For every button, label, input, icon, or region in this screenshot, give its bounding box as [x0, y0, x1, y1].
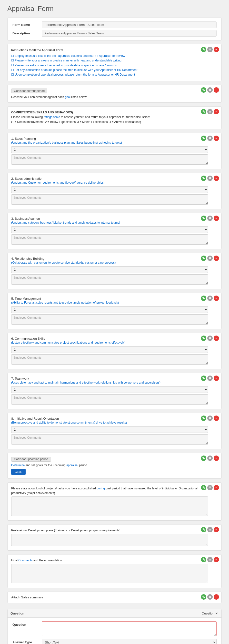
competency-item-1-delete-btn[interactable]: −: [214, 136, 219, 141]
competency-item-3-comments[interactable]: [11, 234, 208, 244]
final-comments-textarea[interactable]: [11, 564, 208, 583]
competency-item-3-delete-btn[interactable]: −: [214, 216, 219, 221]
instruction-item-4: ☐ For any clarification or doubt, please…: [11, 68, 208, 72]
competency-item-6-actions: ✎⚙−: [201, 336, 219, 341]
competency-item-1: 1. Sales Planning(Understand the organiz…: [7, 133, 222, 169]
form-name-label: Form Name: [12, 23, 42, 26]
competency-item-5-delete-btn[interactable]: −: [214, 296, 219, 301]
competency-item-4-title: 4. Relationship Building: [11, 257, 208, 260]
competency-item-6-subtitle: (Listen effectively and communicates pro…: [11, 341, 208, 344]
competency-item-7-settings-btn[interactable]: ⚙: [207, 376, 213, 381]
question-input[interactable]: [42, 621, 216, 636]
competency-item-3: 3. Business Acumen(Understand category b…: [7, 213, 222, 249]
competency-item-8-edit-btn[interactable]: ✎: [201, 416, 206, 421]
competency-item-7-select[interactable]: 1234: [11, 386, 208, 393]
major-achievements-edit-btn[interactable]: ✎: [201, 485, 206, 490]
competency-item-7-edit-btn[interactable]: ✎: [201, 376, 206, 381]
competency-item-6-settings-btn[interactable]: ⚙: [207, 336, 213, 341]
competencies-text: COMPETENCIES (SKILLS AND BEHAVIORS): Ple…: [11, 110, 208, 124]
professional-dev-textarea[interactable]: [11, 534, 208, 546]
competency-item-4-edit-btn[interactable]: ✎: [201, 256, 206, 261]
major-achievements-textarea[interactable]: [11, 496, 208, 516]
goals-upcoming-badge: Goals for upcoming period: [11, 457, 51, 462]
professional-dev-settings-btn[interactable]: ⚙: [207, 527, 213, 532]
goals-current-settings-btn[interactable]: ⚙: [207, 87, 213, 93]
instruction-item-2: ☐ Please write your answers in precise m…: [11, 58, 208, 63]
competency-item-4-delete-btn[interactable]: −: [214, 256, 219, 261]
final-comments-edit-btn[interactable]: ✎: [201, 557, 206, 562]
competency-item-1-select[interactable]: 1234: [11, 146, 208, 153]
competency-item-6-comments[interactable]: [11, 354, 208, 364]
goals-upcoming-content: Goals for upcoming period Determine and …: [8, 453, 222, 478]
competencies-scale: (1 = Needs Improvement, 2 = Below Expect…: [11, 120, 141, 124]
final-comments-label: Final Comments and Recommendation: [11, 558, 208, 563]
competencies-delete-btn[interactable]: −: [214, 109, 219, 114]
competency-item-6-edit-btn[interactable]: ✎: [201, 336, 206, 341]
competency-item-6-delete-btn[interactable]: −: [214, 336, 219, 341]
competency-item-8-select[interactable]: 1234: [11, 426, 208, 433]
competencies-header-content: COMPETENCIES (SKILLS AND BEHAVIORS): Ple…: [8, 106, 222, 129]
competency-item-3-edit-btn[interactable]: ✎: [201, 216, 206, 221]
competency-item-1-settings-btn[interactable]: ⚙: [207, 136, 213, 141]
competency-item-8-settings-btn[interactable]: ⚙: [207, 416, 213, 421]
goals-upcoming-edit-btn[interactable]: ✎: [201, 456, 206, 461]
form-description-row: Description Performance Appraisal Form -…: [12, 30, 216, 36]
competency-item-1-edit-btn[interactable]: ✎: [201, 136, 206, 141]
competency-item-4-select[interactable]: 1234: [11, 266, 208, 273]
instructions-edit-btn[interactable]: ✎: [201, 47, 206, 52]
competency-item-5-title: 5. Time Management: [11, 297, 208, 300]
competency-item-1-title: 1. Sales Planning: [11, 137, 208, 140]
page-title: Appraisal Form: [7, 5, 222, 13]
competency-item-5-comments[interactable]: [11, 314, 208, 324]
competency-item-4-comments[interactable]: [11, 274, 208, 284]
competency-item-2-select[interactable]: 1234: [11, 186, 208, 193]
instructions-settings-btn[interactable]: ⚙: [207, 47, 213, 52]
attach-actions: ✎ ⚙ −: [201, 594, 219, 600]
goals-upcoming-btn[interactable]: Goals: [11, 469, 26, 475]
final-comments-delete-btn[interactable]: −: [214, 557, 219, 562]
question-type-select[interactable]: Question: [201, 611, 218, 616]
attach-delete-btn[interactable]: −: [214, 594, 219, 600]
goals-upcoming-desc: Determine and set goals for the upcoming…: [11, 464, 208, 467]
answer-type-select[interactable]: Short Text: [42, 639, 216, 644]
competency-item-4-settings-btn[interactable]: ⚙: [207, 256, 213, 261]
competency-item-8-delete-btn[interactable]: −: [214, 416, 219, 421]
goals-upcoming-settings-btn[interactable]: ⚙: [207, 456, 213, 461]
competencies-edit-btn[interactable]: ✎: [201, 109, 206, 114]
competency-item-8-subtitle: (Being proactive and ability to demonstr…: [11, 421, 208, 424]
major-achievements-settings-btn[interactable]: ⚙: [207, 485, 213, 490]
competency-item-7-comments[interactable]: [11, 394, 208, 404]
major-achievements-delete-btn[interactable]: −: [214, 485, 219, 490]
competency-item-8-comments[interactable]: [11, 434, 208, 444]
competency-item-2-comments[interactable]: [11, 194, 208, 204]
competency-item-2-delete-btn[interactable]: −: [214, 176, 219, 181]
competency-item-5-select[interactable]: 1234: [11, 306, 208, 313]
competency-item-7-delete-btn[interactable]: −: [214, 376, 219, 381]
attach-edit-btn[interactable]: ✎: [201, 594, 206, 600]
professional-dev-delete-btn[interactable]: −: [214, 527, 219, 532]
professional-dev-edit-btn[interactable]: ✎: [201, 527, 206, 532]
competency-item-5-settings-btn[interactable]: ⚙: [207, 296, 213, 301]
instructions-delete-btn[interactable]: −: [214, 47, 219, 52]
competency-item-1-comments[interactable]: [11, 154, 208, 164]
competencies-settings-btn[interactable]: ⚙: [207, 109, 213, 114]
form-name-value: Performance Appraisal Form - Sales Team: [42, 22, 216, 28]
attach-settings-btn[interactable]: ⚙: [207, 594, 213, 600]
competency-item-2-edit-btn[interactable]: ✎: [201, 176, 206, 181]
competency-item-3-settings-btn[interactable]: ⚙: [207, 216, 213, 221]
goals-current-delete-btn[interactable]: −: [214, 87, 219, 93]
competency-item-6-content: 6. Communication Skills(Listen effective…: [8, 333, 222, 369]
goals-upcoming-delete-btn[interactable]: −: [214, 456, 219, 461]
professional-dev-label: Professional Development plans (Training…: [11, 528, 208, 533]
competency-item-2-settings-btn[interactable]: ⚙: [207, 176, 213, 181]
competency-items-container: 1. Sales Planning(Understand the organiz…: [7, 133, 222, 449]
instructions-title: Instructions to fill the Appraisal Form: [11, 48, 208, 53]
competency-item-8-content: 8. Initiative and Result Orientation(Bei…: [8, 413, 222, 449]
competency-item-6-select[interactable]: 1234: [11, 346, 208, 353]
goals-current-edit-btn[interactable]: ✎: [201, 87, 206, 93]
goals-current-section: Goals for current period Describe your a…: [7, 84, 222, 103]
competency-item-5-edit-btn[interactable]: ✎: [201, 296, 206, 301]
final-comments-settings-btn[interactable]: ⚙: [207, 557, 213, 562]
competency-item-3-select[interactable]: 1234: [11, 226, 208, 233]
competency-item-4-subtitle: (Collaborate with customers to create se…: [11, 261, 208, 264]
